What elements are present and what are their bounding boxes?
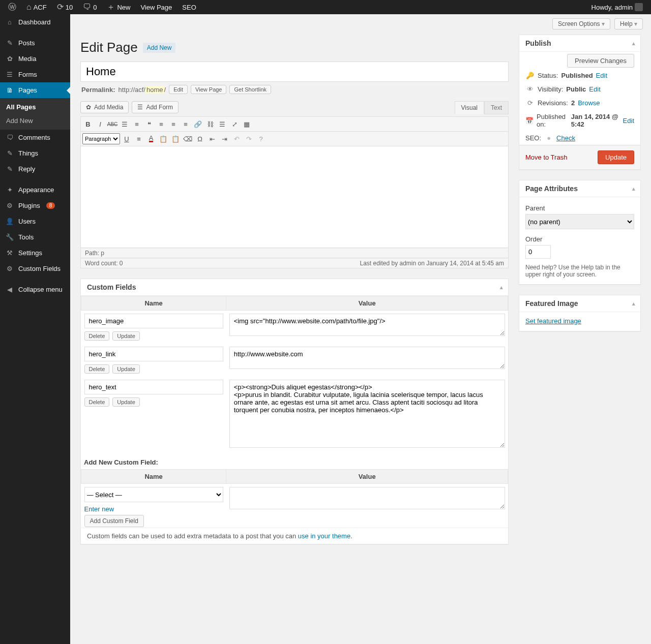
kitchen-sink-button[interactable]: ▦ bbox=[241, 118, 252, 130]
cf-value-textarea[interactable]: <img src="http://www.website.com/path/to… bbox=[229, 314, 505, 336]
align-center-button[interactable]: ≡ bbox=[168, 118, 179, 130]
indent-button[interactable]: ⇥ bbox=[219, 133, 230, 144]
add-form-button[interactable]: ☰Add Form bbox=[132, 101, 179, 113]
updates-menu[interactable]: ⟳10 bbox=[53, 0, 77, 14]
menu-media[interactable]: ✿Media bbox=[0, 51, 70, 67]
submenu-add-new[interactable]: Add New bbox=[0, 114, 70, 128]
unlink-button[interactable]: ⛓ bbox=[204, 118, 216, 130]
cf-new-value[interactable] bbox=[229, 487, 505, 509]
update-button[interactable]: Update bbox=[598, 150, 634, 164]
preview-button[interactable]: Preview Changes bbox=[567, 54, 634, 68]
cf-name-select[interactable]: — Select — bbox=[84, 487, 223, 502]
view-page-link[interactable]: View Page bbox=[136, 0, 176, 14]
tab-visual[interactable]: Visual bbox=[455, 101, 484, 114]
cf-delete-button[interactable]: Delete bbox=[84, 397, 110, 407]
menu-posts[interactable]: ✎Posts bbox=[0, 35, 70, 51]
add-cf-button[interactable]: Add Custom Field bbox=[84, 515, 144, 527]
tab-text[interactable]: Text bbox=[484, 101, 509, 114]
wp-logo-menu[interactable]: ⓦ bbox=[4, 0, 20, 14]
menu-reply[interactable]: ✎Reply bbox=[0, 161, 70, 177]
view-page-button[interactable]: View Page bbox=[191, 85, 226, 94]
seo-check-link[interactable]: Check bbox=[556, 134, 575, 142]
paste-text-button[interactable]: 📋 bbox=[158, 133, 169, 144]
help-button[interactable]: Help ▾ bbox=[614, 18, 643, 29]
strike-button[interactable]: ABC bbox=[107, 118, 118, 130]
color-button[interactable]: A bbox=[145, 133, 157, 144]
bold-button[interactable]: B bbox=[82, 118, 94, 130]
remove-format-button[interactable]: ⌫ bbox=[182, 133, 193, 144]
menu-pages[interactable]: 🗎Pages bbox=[0, 82, 70, 98]
cf-update-button[interactable]: Update bbox=[112, 397, 139, 407]
cf-name-input[interactable] bbox=[84, 380, 223, 394]
underline-button[interactable]: U bbox=[121, 133, 132, 144]
submenu-all-pages[interactable]: All Pages bbox=[0, 100, 70, 114]
cf-name-input[interactable] bbox=[84, 314, 223, 328]
comments-menu[interactable]: 🗨0 bbox=[79, 0, 101, 14]
char-button[interactable]: Ω bbox=[194, 133, 205, 144]
collapse-menu[interactable]: ◀Collapse menu bbox=[0, 282, 70, 297]
menu-appearance[interactable]: ✦Appearance bbox=[0, 182, 70, 198]
collapse-icon[interactable]: ▴ bbox=[632, 40, 635, 47]
align-right-button[interactable]: ≡ bbox=[180, 118, 191, 130]
menu-comments[interactable]: 🗨Comments bbox=[0, 130, 70, 145]
edit-vis-link[interactable]: Edit bbox=[589, 85, 600, 93]
format-select[interactable]: Paragraph bbox=[82, 133, 120, 144]
paste-word-button[interactable]: 📋 bbox=[170, 133, 181, 144]
menu-things[interactable]: ✎Things bbox=[0, 145, 70, 161]
set-featured-image-link[interactable]: Set featured image bbox=[525, 317, 581, 325]
move-to-trash[interactable]: Move to Trash bbox=[525, 154, 567, 161]
screen-options-button[interactable]: Screen Options ▾ bbox=[552, 18, 610, 29]
ul-button[interactable]: ☰ bbox=[119, 118, 130, 130]
collapse-icon[interactable]: ▴ bbox=[632, 300, 635, 307]
order-input[interactable] bbox=[525, 245, 551, 259]
edit-date-link[interactable]: Edit bbox=[623, 117, 634, 125]
content-editor[interactable] bbox=[80, 146, 509, 248]
align-left-button[interactable]: ≡ bbox=[156, 118, 167, 130]
cf-delete-button[interactable]: Delete bbox=[84, 331, 110, 341]
account-menu[interactable]: Howdy, admin bbox=[587, 0, 647, 14]
site-name-menu[interactable]: ⌂ACF bbox=[22, 0, 51, 14]
get-shortlink-button[interactable]: Get Shortlink bbox=[229, 85, 271, 94]
collapse-icon[interactable]: ▴ bbox=[500, 284, 503, 291]
menu-plugins[interactable]: ⚙Plugins8 bbox=[0, 198, 70, 213]
more-button[interactable]: ☰ bbox=[217, 118, 228, 130]
cf-value-textarea[interactable]: <p><strong>Duis aliquet egestas</strong>… bbox=[229, 380, 505, 448]
publish-heading[interactable]: Publish▴ bbox=[519, 35, 640, 52]
outdent-button[interactable]: ⇤ bbox=[206, 133, 218, 144]
menu-settings[interactable]: ⚒Settings bbox=[0, 245, 70, 261]
link-button[interactable]: 🔗 bbox=[192, 118, 203, 130]
add-new-button[interactable]: Add New bbox=[143, 43, 176, 53]
browse-revisions-link[interactable]: Browse bbox=[578, 99, 600, 107]
post-title-input[interactable] bbox=[80, 62, 509, 82]
italic-button[interactable]: I bbox=[95, 118, 106, 130]
cf-value-textarea[interactable]: http://www.website.com bbox=[229, 347, 505, 369]
ol-button[interactable]: ≡ bbox=[131, 118, 142, 130]
menu-dashboard[interactable]: ⌂Dashboard bbox=[0, 14, 70, 30]
seo-menu[interactable]: SEO bbox=[178, 0, 200, 14]
cf-update-button[interactable]: Update bbox=[112, 364, 139, 374]
featured-heading[interactable]: Featured Image▴ bbox=[519, 295, 640, 312]
new-content-menu[interactable]: ＋New bbox=[103, 0, 134, 14]
enter-new-link[interactable]: Enter new bbox=[84, 505, 114, 513]
collapse-icon[interactable]: ▴ bbox=[632, 186, 635, 192]
menu-custom-fields[interactable]: ⚙Custom Fields bbox=[0, 261, 70, 277]
cf-theme-link[interactable]: use in your theme bbox=[298, 532, 350, 540]
menu-users[interactable]: 👤Users bbox=[0, 213, 70, 229]
custom-fields-heading[interactable]: Custom Fields▴ bbox=[81, 279, 508, 296]
help-icon-button[interactable]: ? bbox=[255, 133, 267, 144]
cf-name-input[interactable] bbox=[84, 347, 223, 361]
cf-update-button[interactable]: Update bbox=[112, 331, 139, 341]
justify-button[interactable]: ≡ bbox=[133, 133, 144, 144]
cf-delete-button[interactable]: Delete bbox=[84, 364, 110, 374]
redo-button[interactable]: ↷ bbox=[243, 133, 254, 144]
fullscreen-button[interactable]: ⤢ bbox=[229, 118, 240, 130]
undo-button[interactable]: ↶ bbox=[231, 133, 242, 144]
parent-select[interactable]: (no parent) bbox=[525, 214, 634, 229]
blockquote-button[interactable]: ❝ bbox=[143, 118, 155, 130]
edit-slug-button[interactable]: Edit bbox=[169, 85, 188, 94]
edit-status-link[interactable]: Edit bbox=[596, 72, 607, 79]
menu-tools[interactable]: 🔧Tools bbox=[0, 229, 70, 245]
page-attr-heading[interactable]: Page Attributes▴ bbox=[519, 180, 640, 197]
add-media-button[interactable]: ✿Add Media bbox=[80, 101, 129, 113]
menu-forms[interactable]: ☰Forms bbox=[0, 67, 70, 82]
